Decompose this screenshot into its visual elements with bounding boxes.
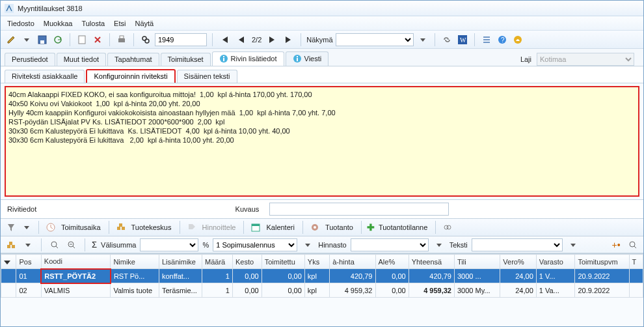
- table-row[interactable]: 01 RSTT_PÖYTÄ2 RST Pö... konffat... 1 0,…: [1, 269, 643, 283]
- tag-icon[interactable]: [185, 221, 198, 234]
- konfig-textarea[interactable]: 40cm Alakaappi FIXED KOKO, ei saa konfig…: [5, 86, 639, 197]
- col-nimike[interactable]: Nimike: [111, 255, 159, 269]
- svg-point-8: [145, 39, 149, 43]
- col-toimitettu[interactable]: Toimitettu: [262, 255, 304, 269]
- svg-rect-31: [12, 245, 15, 248]
- refresh-icon[interactable]: [51, 33, 64, 46]
- tab-perustiedot[interactable]: Perustiedot: [5, 53, 55, 66]
- clock-icon[interactable]: [44, 221, 57, 234]
- zoom-icon[interactable]: [48, 238, 61, 251]
- new-icon[interactable]: [75, 33, 88, 46]
- info-icon: [219, 54, 228, 63]
- sigma-icon: Σ: [92, 240, 97, 249]
- col-ahinta[interactable]: à-hinta: [330, 255, 375, 269]
- menu-etsi[interactable]: Etsi: [114, 20, 126, 27]
- dropdown-icon[interactable]: [301, 238, 314, 251]
- stack-icon[interactable]: [5, 238, 18, 251]
- menu-nayta[interactable]: Näytä: [135, 20, 154, 27]
- hinnoittele-button[interactable]: Hinnoittele: [202, 223, 236, 231]
- list-icon[interactable]: [480, 33, 493, 46]
- kalenteri-button[interactable]: Kalenteri: [266, 223, 294, 231]
- nav-last-icon[interactable]: [282, 33, 295, 46]
- sub-tabs: Riviteksti asiakkaalle Konfiguroinnin ri…: [1, 66, 643, 83]
- order-grid[interactable]: Pos Koodi Nimike Lisänimike Määrä Kesto …: [1, 253, 643, 326]
- table-row[interactable]: 02 VALMIS Valmis tuote Teräsmie... 1 0,0…: [1, 283, 643, 298]
- nav-prev-icon[interactable]: [235, 33, 248, 46]
- svg-rect-32: [9, 242, 12, 245]
- gear-icon[interactable]: [308, 221, 321, 234]
- nav-next-icon[interactable]: [265, 33, 278, 46]
- col-tili[interactable]: Tili: [455, 255, 500, 269]
- subtab-sisainen[interactable]: Sisäinen teksti: [177, 70, 237, 83]
- col-lisanimike[interactable]: Lisänimike: [159, 255, 202, 269]
- dropdown-icon[interactable]: [20, 33, 33, 46]
- kuvaus-input[interactable]: [269, 203, 448, 216]
- tuotanto-button[interactable]: Tuotanto: [325, 223, 353, 231]
- search-input[interactable]: [155, 33, 207, 46]
- zoom-out-icon[interactable]: [65, 238, 78, 251]
- dropdown-icon[interactable]: [20, 221, 33, 234]
- edit-icon[interactable]: [5, 33, 18, 46]
- dropdown-icon[interactable]: [567, 238, 580, 251]
- sopimusalennus-select[interactable]: 1 Sopimusalennus: [213, 238, 297, 251]
- bell-icon[interactable]: [511, 33, 524, 46]
- hinnasto-select[interactable]: [351, 238, 429, 251]
- print-icon[interactable]: [115, 33, 128, 46]
- info-icon: [293, 54, 302, 63]
- tuotekeskus-button[interactable]: Tuotekeskus: [131, 223, 172, 231]
- dropdown2-icon[interactable]: [416, 33, 429, 46]
- menu-tiedosto[interactable]: Tiedosto: [7, 20, 34, 27]
- nakyma-select[interactable]: [336, 33, 414, 46]
- col-varasto[interactable]: Varasto: [536, 255, 575, 269]
- menu-tulosta[interactable]: Tulosta: [81, 20, 105, 27]
- main-tabs: Perustiedot Muut tiedot Tapahtumat Toimi…: [1, 49, 643, 66]
- zoom2-icon[interactable]: [626, 238, 639, 251]
- kuvaus-label: Kuvaus: [235, 205, 260, 213]
- col-pos[interactable]: Pos: [16, 255, 41, 269]
- tab-rivin-lisatiedot[interactable]: Rivin lisätiedot: [212, 51, 284, 66]
- add-row-icon[interactable]: +•: [610, 238, 623, 251]
- svg-rect-5: [118, 38, 125, 42]
- toimitusaika-button[interactable]: Toimitusaika: [61, 223, 101, 231]
- filter-icon[interactable]: [5, 221, 18, 234]
- subtab-konfiguroinnin[interactable]: Konfiguroinnin riviteksti: [86, 69, 175, 83]
- col-yks[interactable]: Yks: [304, 255, 329, 269]
- sub-toolbar: Σ Välisumma % 1 Sopimusalennus Hinnasto …: [1, 236, 643, 253]
- calendar-icon[interactable]: [249, 221, 262, 234]
- hinnasto-label: Hinnasto: [318, 241, 346, 249]
- titlebar: Myyntitilaukset 3818: [1, 1, 643, 16]
- tuotantotilanne-button[interactable]: Tuotantotilanne: [379, 223, 427, 231]
- cubes-icon[interactable]: [114, 221, 127, 234]
- tab-viesti[interactable]: Viesti: [286, 51, 329, 66]
- dropdown-icon[interactable]: [21, 238, 34, 251]
- pct-label: %: [202, 241, 209, 249]
- col-koodi[interactable]: Koodi: [41, 255, 111, 269]
- col-alepct[interactable]: Ale%: [375, 255, 409, 269]
- delete-icon[interactable]: [91, 33, 104, 46]
- chain-icon[interactable]: [441, 221, 454, 234]
- word-icon[interactable]: W: [456, 33, 469, 46]
- col-yhteensa[interactable]: Yhteensä: [409, 255, 454, 269]
- col-expand[interactable]: [1, 255, 16, 269]
- col-veropct[interactable]: Vero%: [500, 255, 536, 269]
- valisumma-select[interactable]: [140, 238, 198, 251]
- svg-rect-19: [297, 56, 298, 57]
- col-toimituspvm[interactable]: Toimituspvm: [575, 255, 629, 269]
- dropdown-icon[interactable]: [433, 238, 446, 251]
- col-kesto[interactable]: Kesto: [232, 255, 262, 269]
- search-icon[interactable]: [139, 33, 152, 46]
- tab-muut-tiedot[interactable]: Muut tiedot: [57, 53, 106, 66]
- save-icon[interactable]: [36, 33, 49, 46]
- tab-tapahtumat[interactable]: Tapahtumat: [107, 53, 159, 66]
- nav-first-icon[interactable]: [218, 33, 231, 46]
- col-maara[interactable]: Määrä: [202, 255, 233, 269]
- subtab-asiakkaalle[interactable]: Riviteksti asiakkaalle: [5, 70, 85, 83]
- plus-icon[interactable]: ✚: [367, 222, 375, 233]
- col-t[interactable]: T: [629, 255, 643, 269]
- tab-toimitukset[interactable]: Toimitukset: [161, 53, 211, 66]
- teksti-select[interactable]: [472, 238, 563, 251]
- help-icon[interactable]: ?: [496, 33, 509, 46]
- link-icon[interactable]: [440, 33, 453, 46]
- menu-muokkaa[interactable]: Muokkaa: [44, 20, 73, 27]
- svg-point-33: [51, 242, 57, 247]
